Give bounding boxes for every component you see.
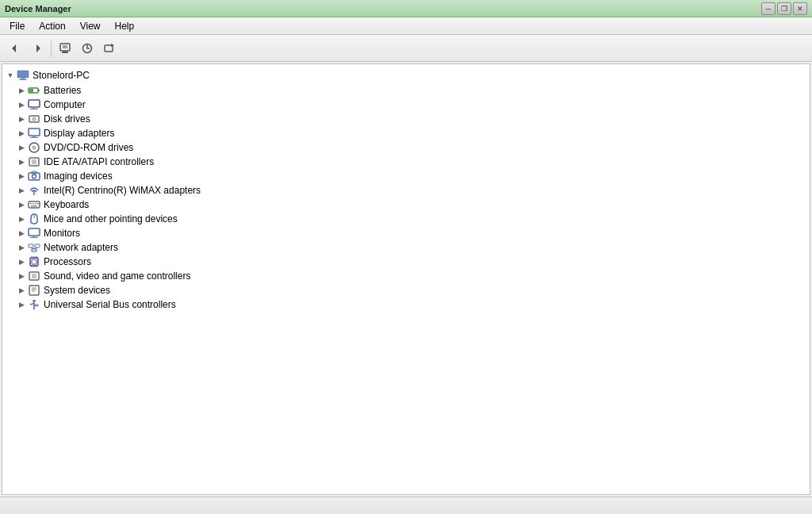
device-label-1: Computer [44, 99, 86, 110]
device-icon-5 [28, 155, 40, 168]
svg-marker-0 [12, 44, 16, 52]
toolbar-separator-1 [51, 40, 52, 57]
tree-expander-5[interactable]: ▶ [15, 158, 28, 166]
menu-file[interactable]: File [3, 19, 31, 33]
tree-item-13[interactable]: ▶Sound, video and game controllers [2, 269, 810, 283]
svg-rect-10 [19, 79, 27, 80]
properties-button[interactable] [55, 38, 75, 59]
svg-point-31 [33, 175, 36, 178]
menu-view[interactable]: View [74, 19, 107, 33]
svg-marker-66 [32, 300, 36, 301]
window-title: Device Manager [5, 4, 71, 13]
svg-rect-37 [35, 203, 36, 205]
tree-expander-6[interactable]: ▶ [15, 172, 28, 180]
tree-item-8[interactable]: ▶Keyboards [2, 198, 810, 212]
svg-rect-44 [29, 244, 33, 247]
tree-expander-10[interactable]: ▶ [15, 229, 28, 237]
tree-expander-7[interactable]: ▶ [15, 186, 28, 194]
svg-rect-45 [35, 244, 40, 247]
tree-expander-1[interactable]: ▶ [15, 101, 28, 109]
tree-expander-14[interactable]: ▶ [15, 286, 28, 294]
device-label-14: System devices [44, 285, 110, 296]
svg-rect-39 [31, 205, 37, 207]
tree-item-10[interactable]: ▶Monitors [2, 226, 810, 240]
tree-item-7[interactable]: ▶Intel(R) Centrino(R) WiMAX adapters [2, 183, 810, 198]
tree-items: ▶Batteries▶Computer▶Disk drives▶Display … [2, 83, 810, 312]
device-label-13: Sound, video and game controllers [44, 270, 190, 282]
tree-item-4[interactable]: ▶DVD/CD-ROM drives [2, 140, 810, 155]
device-label-6: Imaging devices [44, 171, 113, 182]
restore-button[interactable]: ❐ [777, 2, 791, 15]
device-icon-1 [28, 98, 40, 111]
tree-item-2[interactable]: ▶Disk drives [2, 112, 810, 126]
device-label-8: Keyboards [44, 199, 89, 210]
device-label-4: DVD/CD-ROM drives [44, 142, 133, 153]
root-expander[interactable]: ▼ [4, 71, 17, 79]
svg-rect-71 [33, 308, 35, 309]
update-driver-button[interactable] [77, 38, 98, 59]
tree-item-15[interactable]: ▶Universal Serial Bus controllers [2, 297, 810, 312]
device-icon-12 [28, 255, 40, 268]
update-icon [81, 42, 94, 55]
svg-rect-38 [37, 203, 39, 205]
device-label-3: Display adapters [44, 128, 114, 139]
forward-icon [32, 43, 43, 54]
tree-expander-3[interactable]: ▶ [15, 129, 28, 137]
device-label-0: Batteries [44, 85, 81, 96]
tree-expander-13[interactable]: ▶ [15, 272, 28, 280]
tree-item-11[interactable]: ▶Network adapters [2, 240, 810, 255]
scan-hardware-button[interactable] [99, 38, 120, 59]
root-item-stonelord-pc[interactable]: ▼ Stonelord-PC [2, 67, 810, 83]
svg-rect-22 [30, 137, 38, 138]
svg-rect-41 [29, 228, 40, 236]
back-button[interactable] [5, 38, 25, 59]
device-icon-11 [28, 241, 40, 254]
tree-item-3[interactable]: ▶Display adapters [2, 126, 810, 140]
svg-point-25 [33, 147, 35, 148]
device-icon-9 [28, 213, 40, 225]
menu-help[interactable]: Help [109, 19, 141, 33]
menu-action[interactable]: Action [33, 19, 71, 33]
device-label-12: Processors [44, 256, 91, 267]
svg-marker-1 [36, 44, 40, 52]
device-label-9: Mice and other pointing devices [44, 213, 178, 224]
svg-rect-20 [29, 128, 40, 136]
tree-item-1[interactable]: ▶Computer [2, 98, 810, 112]
tree-item-12[interactable]: ▶Processors [2, 255, 810, 269]
svg-rect-16 [30, 109, 38, 109]
svg-point-33 [33, 194, 35, 195]
minimize-button[interactable]: ─ [761, 2, 776, 15]
tree-item-5[interactable]: ▶IDE ATA/ATAPI controllers [2, 155, 810, 169]
tree-expander-2[interactable]: ▶ [15, 115, 28, 123]
svg-rect-14 [29, 100, 40, 107]
tree-expander-11[interactable]: ▶ [15, 244, 28, 251]
svg-rect-21 [32, 136, 36, 137]
tree-item-0[interactable]: ▶Batteries [2, 83, 810, 98]
back-icon [10, 43, 21, 54]
tree-item-9[interactable]: ▶Mice and other pointing devices [2, 212, 810, 226]
device-icon-0 [28, 84, 40, 97]
status-bar [0, 497, 812, 514]
svg-point-70 [36, 305, 38, 306]
device-label-2: Disk drives [44, 113, 90, 125]
svg-rect-15 [32, 107, 36, 109]
tree-item-14[interactable]: ▶System devices [2, 283, 810, 297]
tree-expander-0[interactable]: ▶ [15, 86, 28, 94]
tree-expander-9[interactable]: ▶ [15, 215, 28, 223]
tree-expander-4[interactable]: ▶ [15, 144, 28, 152]
svg-rect-42 [32, 236, 36, 237]
root-label: Stonelord-PC [33, 70, 90, 81]
svg-rect-36 [33, 203, 34, 205]
main-content[interactable]: ▼ Stonelord-PC ▶Batteries▶Computer▶Disk … [2, 63, 810, 495]
forward-button[interactable] [27, 38, 48, 59]
tree-expander-15[interactable]: ▶ [15, 301, 28, 309]
device-label-11: Network adapters [44, 242, 118, 253]
pc-icon [17, 69, 29, 82]
tree-expander-8[interactable]: ▶ [15, 201, 28, 209]
svg-rect-3 [62, 52, 68, 53]
device-icon-4 [28, 141, 40, 154]
tree-expander-12[interactable]: ▶ [15, 258, 28, 266]
device-icon-7 [28, 184, 40, 197]
tree-item-6[interactable]: ▶Imaging devices [2, 169, 810, 183]
close-button[interactable]: ✕ [793, 2, 807, 15]
